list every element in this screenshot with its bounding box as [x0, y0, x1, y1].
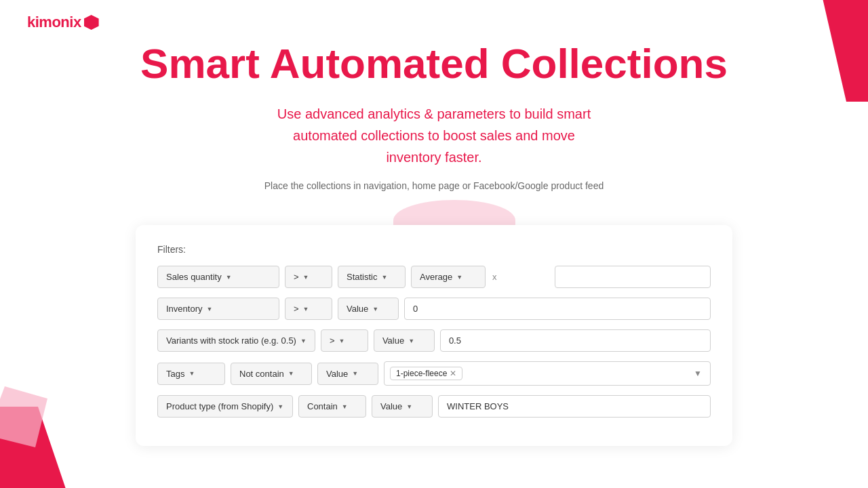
page-title: Smart Automated Collections — [0, 41, 868, 87]
chevron-down-icon: ▼ — [456, 274, 462, 281]
chip-label: 1-piece-fleece — [396, 369, 447, 378]
operator-dropdown-stock-ratio[interactable]: > ▼ — [321, 329, 368, 352]
operator-dropdown-sales-quantity[interactable]: > ▼ — [285, 266, 332, 288]
operator-dropdown-tags[interactable]: Not contain ▼ — [231, 363, 312, 385]
chevron-down-icon: ▼ — [300, 338, 307, 344]
chevron-down-icon: ▼ — [408, 338, 414, 344]
tag-chip-1-piece-fleece: 1-piece-fleece ✕ — [390, 367, 462, 380]
filter-row-stock-ratio: Variants with stock ratio (e.g. 0.5) ▼ >… — [157, 329, 711, 352]
operator-dropdown-product-type[interactable]: Contain ▼ — [298, 395, 366, 418]
field-dropdown-product-type[interactable]: Product type (from Shopify) ▼ — [157, 395, 293, 418]
hero-subtitle: Use advanced analytics & parameters to b… — [0, 103, 868, 168]
chevron-down-icon: ▼ — [342, 403, 348, 410]
value-input-product-type[interactable] — [438, 395, 711, 418]
filter-panel: Filters: Sales quantity ▼ > ▼ Statistic … — [136, 225, 732, 446]
filter-row-sales-quantity: Sales quantity ▼ > ▼ Statistic ▼ Average… — [157, 266, 711, 288]
chevron-down-icon: ▼ — [352, 370, 358, 377]
value-input-stock-ratio[interactable] — [440, 329, 711, 352]
chevron-down-icon: ▼ — [288, 370, 294, 377]
filters-label: Filters: — [157, 244, 711, 255]
chevron-down-icon: ▼ — [303, 274, 309, 281]
clear-average-button[interactable]: x — [487, 272, 502, 282]
field-dropdown-inventory[interactable]: Inventory ▼ — [157, 298, 279, 320]
chevron-down-icon: ▼ — [277, 403, 283, 410]
chevron-down-icon: ▼ — [226, 274, 232, 281]
filter-row-inventory: Inventory ▼ > ▼ Value ▼ — [157, 298, 711, 320]
hero-description: Place the collections in navigation, hom… — [0, 180, 868, 191]
chevron-down-icon: ▼ — [206, 306, 212, 312]
filter-row-tags: Tags ▼ Not contain ▼ Value ▼ 1-piece-fle… — [157, 361, 711, 386]
chip-close-button[interactable]: ✕ — [450, 369, 456, 378]
average-wrapper: Average ▼ x — [411, 266, 549, 288]
chevron-down-icon: ▼ — [382, 274, 388, 281]
decorative-shape-pink-left — [0, 386, 47, 447]
operator-dropdown-inventory[interactable]: > ▼ — [285, 298, 332, 320]
value-input-sales-quantity[interactable] — [555, 266, 711, 288]
filter-row-product-type: Product type (from Shopify) ▼ Contain ▼ … — [157, 395, 711, 418]
chevron-down-icon: ▼ — [372, 306, 378, 312]
chevron-down-icon: ▼ — [406, 403, 412, 410]
chevron-down-icon: ▼ — [189, 370, 195, 377]
chevron-down-icon: ▼ — [338, 338, 344, 344]
tags-value-container: 1-piece-fleece ✕ ▼ — [384, 361, 711, 386]
value-input-inventory[interactable] — [404, 298, 711, 320]
decorative-shape-bottom-left — [0, 407, 68, 488]
field-dropdown-tags[interactable]: Tags ▼ — [157, 363, 225, 385]
modifier-dropdown-tags[interactable]: Value ▼ — [317, 363, 378, 385]
tags-dropdown-chevron[interactable]: ▼ — [691, 367, 705, 380]
modifier-dropdown-sales-quantity[interactable]: Statistic ▼ — [338, 266, 406, 288]
field-dropdown-sales-quantity[interactable]: Sales quantity ▼ — [157, 266, 279, 288]
chevron-down-icon: ▼ — [303, 306, 309, 312]
field-dropdown-stock-ratio[interactable]: Variants with stock ratio (e.g. 0.5) ▼ — [157, 329, 315, 352]
extra-dropdown-average[interactable]: Average ▼ — [411, 266, 486, 288]
modifier-dropdown-stock-ratio[interactable]: Value ▼ — [374, 329, 435, 352]
modifier-dropdown-inventory[interactable]: Value ▼ — [338, 298, 399, 320]
modifier-dropdown-product-type[interactable]: Value ▼ — [372, 395, 433, 418]
hero-section: Smart Automated Collections Use advanced… — [0, 0, 868, 225]
